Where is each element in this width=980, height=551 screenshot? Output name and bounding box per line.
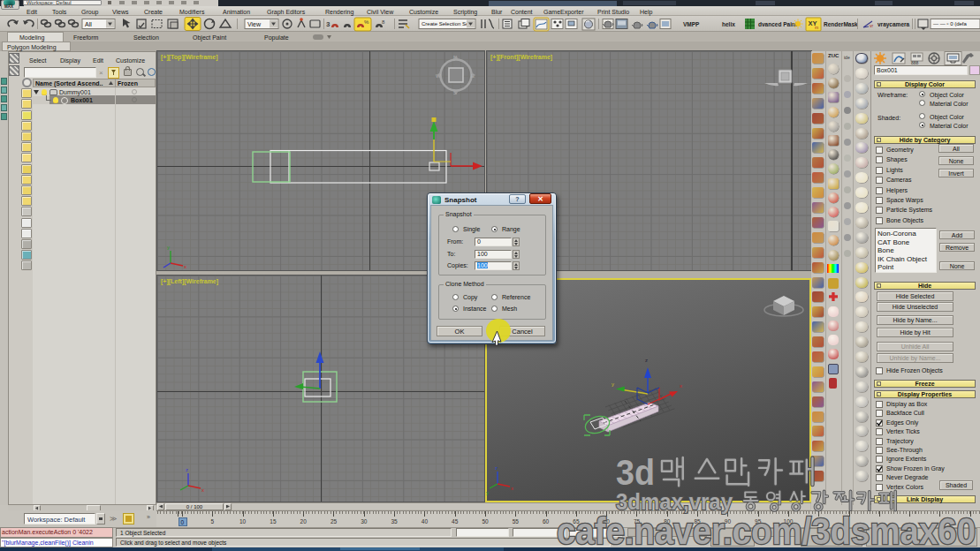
svg-text:x: x <box>184 264 186 269</box>
svg-text:dvanced Paint: dvanced Paint <box>758 21 798 27</box>
svg-text:x: x <box>201 487 204 493</box>
svg-text:vraycamera: vraycamera <box>877 21 910 28</box>
svg-text:RenderMask: RenderMask <box>824 21 858 27</box>
svg-text:x: x <box>680 383 682 389</box>
svg-text:3: 3 <box>326 20 330 28</box>
svg-text:8: 8 <box>382 19 385 25</box>
svg-text:vr: vr <box>870 23 874 28</box>
svg-text:VMPP: VMPP <box>683 21 700 27</box>
svg-text:z: z <box>645 358 648 363</box>
svg-text:Create Selection Se: Create Selection Se <box>422 21 469 26</box>
svg-text:%: % <box>364 19 369 25</box>
svg-text:View: View <box>247 21 262 27</box>
svg-text:m: m <box>815 25 818 30</box>
svg-text:y: y <box>167 245 170 250</box>
svg-text:All: All <box>85 21 92 27</box>
svg-text:— — ▫ 0 (defa: — — ▫ 0 (defa <box>933 21 967 26</box>
svg-text:x: x <box>511 486 513 491</box>
svg-text:z: z <box>495 465 498 471</box>
svg-text:z: z <box>186 467 188 472</box>
svg-text:y: y <box>486 490 489 495</box>
svg-text:helix: helix <box>722 21 735 27</box>
svg-text:y: y <box>612 381 614 387</box>
